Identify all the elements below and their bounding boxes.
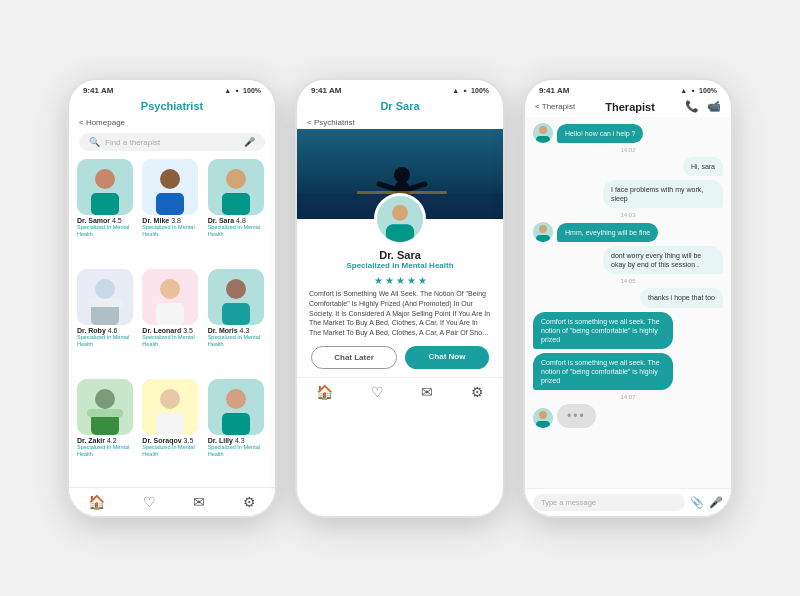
bubble-hello: Hello! how can i help ? — [557, 124, 643, 143]
doctor-card-sara[interactable]: Dr. Sara 4.8 Specialized In Mental Healt… — [208, 159, 267, 263]
doctor-avatar-moris — [208, 269, 264, 325]
svg-point-34 — [394, 167, 410, 183]
doctor-name-zakir: Dr. Zakir 4.2 — [77, 437, 117, 444]
msg-row-2: Hi, sara — [533, 157, 723, 176]
mic-chat-icon[interactable]: 🎤 — [709, 496, 723, 509]
screen3-action-icons: 📞 📹 — [685, 100, 721, 113]
msg-row-7: Comfort is something we all seek. The no… — [533, 312, 723, 349]
doctor-card-soraqov[interactable]: Dr. Soraqov 3.5 Specialized In Mental He… — [142, 379, 201, 483]
msg-row-4: Hmm, eveything will be fine — [533, 222, 723, 242]
profile-spec: Specialized In Mental Health — [297, 261, 503, 270]
doctor-card-mike[interactable]: Dr. Mike 3.8 Specialized In Mental Healt… — [142, 159, 201, 263]
doctor-card-lilly[interactable]: Dr. Lilly 4.3 Specialized In Mental Heal… — [208, 379, 267, 483]
search-icon: 🔍 — [89, 137, 100, 147]
svg-point-4 — [160, 169, 180, 189]
search-placeholder: Find a therapist — [105, 138, 160, 147]
screen3-header-bar: < Therapist Therapist 📞 📹 — [525, 98, 731, 117]
signal-icon: ▲ — [224, 87, 231, 94]
msg-time-1407: 14:07 — [533, 394, 723, 400]
doctor-name-samor: Dr. Samor 4.5 — [77, 217, 122, 224]
doctor-card-moris[interactable]: Dr. Moris 4.3 Specialized In Mental Heal… — [208, 269, 267, 373]
doctor-avatar-zakir — [77, 379, 133, 435]
bubble-hi-sara: Hi, sara — [683, 157, 723, 176]
msg-row-8: Comfort is something we all seek. The no… — [533, 353, 723, 390]
chat-input-placeholder: Type a message — [541, 498, 596, 507]
svg-rect-2 — [91, 193, 119, 215]
doctor-avatar-lilly — [208, 379, 264, 435]
battery-icon: 100% — [243, 87, 261, 94]
profile-pic-sara — [374, 193, 426, 245]
svg-rect-49 — [536, 421, 550, 428]
phone-call-icon[interactable]: 📞 — [685, 100, 699, 113]
screen2-back-nav[interactable]: < Psychiatrist — [297, 116, 503, 129]
svg-rect-8 — [222, 193, 250, 215]
msg-avatar-therapist-3 — [533, 408, 553, 428]
svg-point-27 — [226, 389, 246, 409]
doctor-avatar-roby — [77, 269, 133, 325]
doctor-card-leonard[interactable]: Dr. Leonard 3.5 Specialized In Mental He… — [142, 269, 201, 373]
svg-point-45 — [539, 225, 547, 233]
doctor-name-soraqov: Dr. Soraqov 3.5 — [142, 437, 193, 444]
phone-3: 9:41 AM ▲ ⚬ 100% < Therapist Therapist 📞… — [523, 78, 733, 518]
msg-row-5: dont worry every thing will be okay by e… — [533, 246, 723, 274]
nav-settings-icon-2[interactable]: ⚙ — [471, 384, 484, 400]
bubble-comfort-1: Comfort is something we all seek. The no… — [533, 312, 673, 349]
doctor-card-roby[interactable]: Dr. Roby 4.6 Specialized In Mental Healt… — [77, 269, 136, 373]
mic-icon[interactable]: 🎤 — [244, 137, 255, 147]
screen3-back[interactable]: < Therapist — [535, 102, 575, 111]
nav-message-icon-2[interactable]: ✉ — [421, 384, 433, 400]
battery-icon-2: 100% — [471, 87, 489, 94]
star-4: ★ — [407, 275, 416, 286]
svg-point-39 — [392, 205, 408, 221]
doctors-grid: Dr. Samor 4.5 Specialized In Mental Heal… — [69, 155, 275, 487]
status-bar-3: 9:41 AM ▲ ⚬ 100% — [525, 80, 731, 98]
svg-point-10 — [95, 279, 115, 299]
doctor-spec-sara: Specialized In Mental Health — [208, 224, 267, 237]
doctor-name-mike: Dr. Mike 3.8 — [142, 217, 181, 224]
bubble-problems: I face problems with my work, sleep — [603, 180, 723, 208]
doctor-card-zakir[interactable]: Dr. Zakir 4.2 Specialized In Mental Heal… — [77, 379, 136, 483]
time-2: 9:41 AM — [311, 86, 341, 95]
svg-point-20 — [95, 389, 115, 409]
bubble-hmm: Hmm, eveything will be fine — [557, 223, 658, 242]
battery-icon-3: 100% — [699, 87, 717, 94]
doctor-avatar-samor — [77, 159, 133, 215]
attach-icon[interactable]: 📎 — [690, 496, 704, 509]
chat-area: Hello! how can i help ? 14:02 Hi, sara I… — [525, 117, 731, 488]
star-1: ★ — [374, 275, 383, 286]
bubble-comfort-2: Comfort is something we all seek. The no… — [533, 353, 673, 390]
screen1-title: Psychiatrist — [69, 98, 275, 116]
doctor-spec-lilly: Specialized In Mental Health — [208, 444, 267, 457]
doctor-card-samor[interactable]: Dr. Samor 4.5 Specialized In Mental Heal… — [77, 159, 136, 263]
nav-home-icon[interactable]: 🏠 — [88, 494, 105, 510]
msg-time-1405: 14:05 — [533, 278, 723, 284]
video-call-icon[interactable]: 📹 — [707, 100, 721, 113]
nav-message-icon[interactable]: ✉ — [193, 494, 205, 510]
svg-point-24 — [160, 389, 180, 409]
nav-heart-icon[interactable]: ♡ — [143, 494, 156, 510]
doctor-avatar-sara — [208, 159, 264, 215]
bubble-dont-worry: dont worry every thing will be okay by e… — [603, 246, 723, 274]
doctor-name-leonard: Dr. Leonard 3.5 — [142, 327, 193, 334]
msg-avatar-therapist-2 — [533, 222, 553, 242]
doctor-spec-samor: Specialized In Mental Health — [77, 224, 136, 237]
nav-settings-icon[interactable]: ⚙ — [243, 494, 256, 510]
status-bar-2: 9:41 AM ▲ ⚬ 100% — [297, 80, 503, 98]
nav-heart-icon-2[interactable]: ♡ — [371, 384, 384, 400]
msg-row-6: thanks i hope that too — [533, 288, 723, 307]
doctor-spec-zakir: Specialized In Mental Health — [77, 444, 136, 457]
chat-now-button[interactable]: Chat Now — [405, 346, 489, 369]
svg-rect-25 — [156, 413, 184, 435]
nav-home-icon-2[interactable]: 🏠 — [316, 384, 333, 400]
chat-later-button[interactable]: Chat Later — [311, 346, 397, 369]
doctor-name-moris: Dr. Moris 4.3 — [208, 327, 250, 334]
search-bar[interactable]: 🔍 Find a therapist 🎤 — [79, 133, 265, 151]
screen1-back-nav[interactable]: < Homepage — [69, 116, 275, 129]
phone-1: 9:41 AM ▲ ⚬ 100% Psychiatrist < Homepage… — [67, 78, 277, 518]
svg-point-17 — [226, 279, 246, 299]
typing-indicator: ••• — [557, 404, 596, 428]
svg-rect-22 — [87, 409, 123, 417]
svg-rect-18 — [222, 303, 250, 325]
chat-input-bar: Type a message 📎 🎤 — [525, 488, 731, 516]
chat-input-field[interactable]: Type a message — [533, 494, 685, 511]
